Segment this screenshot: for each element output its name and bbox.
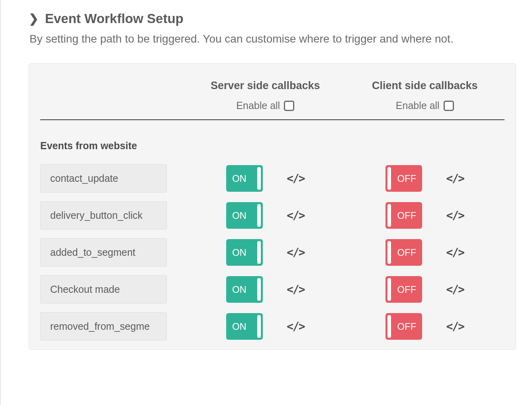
client-toggle[interactable]: OFF [385, 165, 422, 192]
client-toggle[interactable]: OFF [385, 239, 422, 266]
client-toggle[interactable]: OFF [385, 202, 422, 229]
toggle-handle [387, 167, 391, 190]
toggle-label: ON [228, 173, 250, 184]
client-enable-all-label: Enable all [396, 100, 440, 111]
page-description: By setting the path to be triggered. You… [29, 30, 516, 47]
code-icon[interactable]: </> [446, 209, 464, 222]
code-icon[interactable]: </> [287, 283, 305, 296]
event-name: removed_from_segme [40, 312, 167, 341]
event-row: Checkout madeON</>OFF</> [40, 275, 505, 304]
toggle-label: ON [228, 321, 250, 332]
event-name: delivery_button_click [40, 201, 167, 230]
toggle-label: OFF [393, 247, 420, 258]
toggle-handle [387, 241, 391, 264]
page-title: Event Workflow Setup [45, 11, 184, 26]
toggle-label: ON [228, 210, 250, 221]
event-name: Checkout made [40, 275, 167, 304]
server-toggle[interactable]: ON [226, 313, 263, 340]
server-toggle[interactable]: ON [226, 202, 263, 229]
code-icon[interactable]: </> [446, 320, 464, 333]
client-toggle[interactable]: OFF [385, 276, 422, 303]
code-icon[interactable]: </> [287, 320, 305, 333]
server-callbacks-header: Server side callbacks [186, 80, 345, 92]
toggle-label: OFF [393, 284, 420, 295]
toggle-label: OFF [393, 173, 420, 184]
server-enable-all-label: Enable all [236, 100, 280, 111]
event-row: added_to_segmentON</>OFF</> [40, 238, 505, 267]
code-icon[interactable]: </> [287, 172, 305, 185]
event-row: delivery_button_clickON</>OFF</> [40, 201, 505, 230]
code-icon[interactable]: </> [446, 172, 464, 185]
toggle-handle [257, 315, 261, 338]
event-name: contact_update [40, 164, 167, 193]
toggle-handle [257, 167, 261, 190]
events-panel: Server side callbacks Enable all Client … [29, 63, 516, 350]
event-name: added_to_segment [40, 238, 167, 267]
section-title: Events from website [40, 140, 505, 152]
toggle-handle [387, 315, 391, 338]
toggle-label: OFF [393, 210, 420, 221]
toggle-label: ON [228, 247, 250, 258]
server-toggle[interactable]: ON [226, 165, 263, 192]
client-enable-all-checkbox[interactable] [444, 101, 454, 111]
event-row: contact_updateON</>OFF</> [40, 164, 505, 193]
server-enable-all-checkbox[interactable] [284, 101, 294, 111]
toggle-handle [387, 278, 391, 301]
toggle-handle [387, 204, 391, 227]
client-toggle[interactable]: OFF [385, 313, 422, 340]
toggle-handle [257, 278, 261, 301]
code-icon[interactable]: </> [287, 246, 305, 259]
server-toggle[interactable]: ON [226, 239, 263, 266]
toggle-label: ON [228, 284, 250, 295]
event-row: removed_from_segmeON</>OFF</> [40, 312, 505, 341]
code-icon[interactable]: </> [287, 209, 305, 222]
toggle-handle [257, 241, 261, 264]
toggle-label: OFF [393, 321, 420, 332]
client-callbacks-header: Client side callbacks [345, 80, 505, 92]
code-icon[interactable]: </> [446, 246, 464, 259]
server-toggle[interactable]: ON [226, 276, 263, 303]
chevron-right-icon: ❯ [29, 13, 39, 25]
toggle-handle [257, 204, 261, 227]
code-icon[interactable]: </> [446, 283, 464, 296]
